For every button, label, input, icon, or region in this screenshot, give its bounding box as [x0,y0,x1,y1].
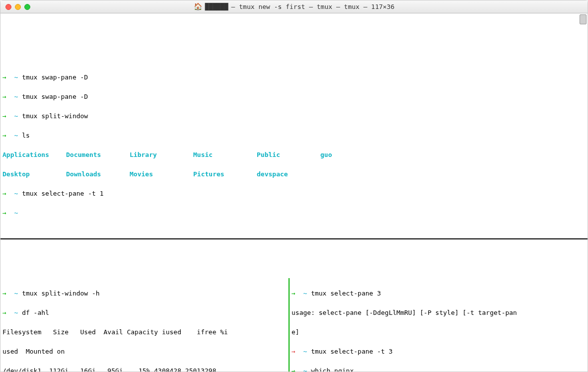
cmd: tmux split-window [22,112,88,120]
cmd: tmux select-pane -t 1 [22,190,103,197]
df-header2: used Mounted on [2,347,287,357]
tmux-row-2: → ~ tmux split-window -h → ~ df -ahl Fil… [0,278,588,372]
cmd: tmux select-pane 3 [311,290,381,297]
cmd: tmux swap-pane -D [22,74,88,81]
ls-output-row2: DesktopDownloadsMoviesPicturesdevspace [2,169,586,179]
usage-line: usage: select-pane [-DdegLlMmRU] [-P sty… [292,308,586,318]
ls-output-row1: ApplicationsDocumentsLibraryMusicPublicg… [2,150,586,160]
cmd: tmux select-pane -t 3 [311,348,392,355]
tmux-pane-1[interactable]: → ~ tmux swap-pane -D → ~ tmux swap-pane… [0,62,588,239]
terminal-window: 🏠 ██████ — tmux new -s first — tmux — tm… [0,0,588,372]
cmd: df -ahl [22,309,49,316]
minimize-icon[interactable] [15,4,21,10]
terminal-body[interactable]: → ~ tmux swap-pane -D → ~ tmux swap-pane… [0,13,588,372]
cmd: tmux swap-pane -D [22,93,88,100]
cmd: ls [22,132,30,139]
window-title: 🏠 ██████ — tmux new -s first — tmux — tm… [0,1,588,12]
cmd: tmux split-window -h [22,290,100,297]
df-header: Filesystem Size Used Avail Capacity iuse… [2,327,287,337]
df-row: /dev/disk1 112Gi 16Gi 95Gi 15% 4308428 2… [2,366,287,372]
titlebar[interactable]: 🏠 ██████ — tmux new -s first — tmux — tm… [0,0,588,13]
title-user-blur: ██████ [205,2,228,12]
close-icon[interactable] [5,4,11,10]
usage-line2: e] [292,327,586,337]
tmux-pane-3[interactable]: → ~ tmux select-pane 3 usage: select-pan… [289,278,588,372]
scrollbar-thumb[interactable] [580,14,587,24]
title-text: — tmux new -s first — tmux — tmux — 117×… [231,2,395,12]
tmux-pane-2[interactable]: → ~ tmux split-window -h → ~ df -ahl Fil… [0,278,289,372]
home-icon: 🏠 [194,1,202,12]
traffic-lights [5,4,30,10]
zoom-icon[interactable] [24,4,30,10]
cmd: which nginx [311,367,354,372]
